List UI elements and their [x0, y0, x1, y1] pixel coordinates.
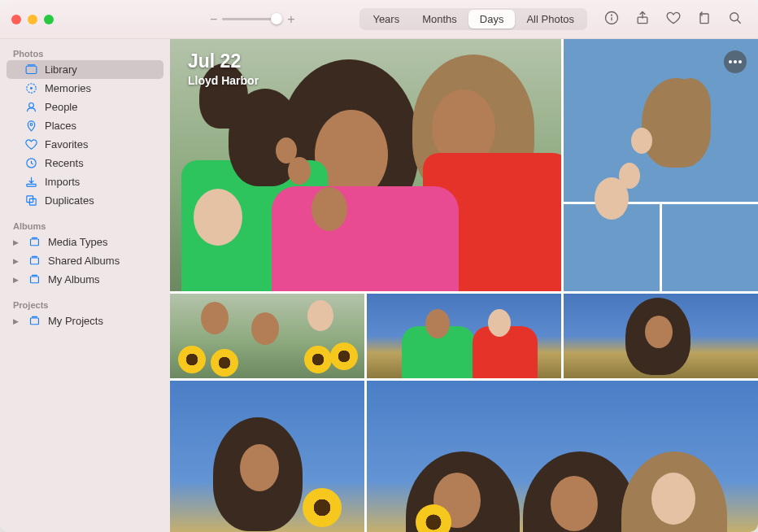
memories-icon — [24, 81, 38, 95]
chevron-right-icon[interactable]: ▶ — [13, 257, 21, 265]
album-icon — [28, 314, 41, 328]
zoom-out-icon[interactable]: − — [210, 12, 217, 27]
chevron-right-icon[interactable]: ▶ — [13, 317, 21, 325]
library-icon — [24, 63, 38, 76]
svg-line-6 — [738, 20, 741, 23]
svg-rect-7 — [26, 66, 37, 73]
sidebar-item-label: Places — [45, 120, 76, 132]
favorite-icon[interactable] — [665, 10, 682, 29]
svg-rect-17 — [31, 239, 39, 246]
day-date: Jul 22 — [188, 50, 259, 72]
sidebar-item-label: Library — [45, 63, 77, 76]
info-icon[interactable] — [603, 10, 620, 29]
sidebar-item-my-projects[interactable]: ▶ My Projects — [7, 312, 163, 330]
svg-rect-8 — [28, 64, 36, 65]
svg-point-11 — [29, 103, 34, 108]
section-label-projects: Projects — [7, 297, 163, 312]
sidebar: Photos Library Memories People Places Fa… — [0, 39, 170, 532]
sidebar-item-label: Media Types — [48, 236, 107, 248]
minimize-button[interactable] — [28, 15, 37, 24]
photo-thumbnail[interactable] — [170, 294, 364, 378]
sidebar-item-favorites[interactable]: Favorites — [7, 135, 163, 154]
photo-thumbnail-group — [564, 39, 758, 291]
share-icon[interactable] — [634, 10, 651, 29]
album-icon — [28, 273, 41, 286]
sidebar-item-label: Shared Albums — [48, 255, 120, 267]
sidebar-item-media-types[interactable]: ▶ Media Types — [7, 233, 163, 251]
photo-grid: Jul 22 Lloyd Harbor — [170, 39, 758, 532]
rotate-icon[interactable] — [696, 10, 712, 29]
places-icon — [24, 119, 38, 133]
svg-rect-19 — [31, 258, 39, 264]
section-label-photos: Photos — [7, 46, 163, 60]
chevron-right-icon[interactable]: ▶ — [13, 238, 21, 246]
sidebar-item-label: Duplicates — [45, 194, 94, 207]
chevron-right-icon[interactable]: ▶ — [13, 276, 21, 284]
photo-thumbnail[interactable] — [662, 204, 758, 291]
sidebar-item-duplicates[interactable]: Duplicates — [7, 191, 163, 210]
photo-thumbnail[interactable] — [367, 294, 561, 378]
close-button[interactable] — [11, 15, 21, 24]
sidebar-item-memories[interactable]: Memories — [7, 79, 163, 98]
album-icon — [28, 235, 41, 249]
zoom-button[interactable] — [44, 15, 54, 24]
sidebar-item-places[interactable]: Places — [7, 116, 163, 135]
sidebar-item-recents[interactable]: Recents — [7, 154, 163, 172]
photos-window: − + Years Months Days All Photos Photos … — [0, 0, 758, 532]
sidebar-item-label: Recents — [45, 157, 84, 169]
toolbar-actions — [603, 10, 747, 29]
segment-months[interactable]: Months — [411, 10, 468, 28]
day-header: Jul 22 Lloyd Harbor — [188, 50, 259, 87]
sidebar-item-label: Favorites — [45, 138, 88, 150]
svg-rect-21 — [31, 277, 39, 283]
sidebar-item-people[interactable]: People — [7, 98, 163, 116]
sidebar-item-my-albums[interactable]: ▶ My Albums — [7, 270, 163, 289]
sidebar-item-label: Memories — [45, 82, 91, 94]
clock-icon — [24, 156, 38, 170]
heart-icon — [24, 137, 38, 151]
titlebar: − + Years Months Days All Photos — [0, 0, 758, 39]
import-icon — [24, 175, 38, 189]
svg-point-10 — [30, 87, 33, 89]
search-icon[interactable] — [727, 10, 743, 29]
zoom-slider[interactable]: − + — [210, 12, 295, 27]
svg-rect-24 — [32, 316, 37, 317]
sidebar-item-label: My Projects — [48, 315, 103, 327]
duplicates-icon — [24, 194, 38, 207]
svg-rect-23 — [31, 318, 39, 325]
svg-rect-22 — [32, 275, 37, 276]
svg-point-5 — [730, 12, 738, 20]
svg-rect-14 — [27, 184, 36, 186]
svg-point-12 — [30, 124, 33, 126]
day-location: Lloyd Harbor — [188, 74, 259, 87]
svg-rect-20 — [32, 256, 37, 257]
album-icon — [28, 254, 41, 268]
svg-rect-18 — [32, 238, 37, 238]
sidebar-item-label: Imports — [45, 176, 80, 188]
photo-thumbnail[interactable] — [564, 294, 758, 378]
zoom-in-icon[interactable]: + — [287, 12, 294, 27]
photo-thumbnail[interactable] — [367, 381, 758, 532]
sidebar-item-library[interactable]: Library — [7, 60, 163, 79]
sidebar-item-shared-albums[interactable]: ▶ Shared Albums — [7, 251, 163, 270]
segment-all-photos[interactable]: All Photos — [515, 10, 586, 28]
sidebar-item-imports[interactable]: Imports — [7, 172, 163, 191]
view-segmented-control[interactable]: Years Months Days All Photos — [359, 8, 587, 30]
sidebar-item-label: My Albums — [48, 273, 100, 286]
section-label-albums: Albums — [7, 218, 163, 233]
segment-days[interactable]: Days — [468, 10, 516, 28]
svg-point-2 — [612, 15, 612, 15]
traffic-lights — [11, 15, 54, 24]
segment-years[interactable]: Years — [361, 10, 411, 28]
more-button[interactable] — [724, 50, 747, 73]
photo-thumbnail[interactable] — [170, 381, 364, 532]
sidebar-item-label: People — [45, 101, 77, 113]
people-icon — [24, 100, 38, 114]
